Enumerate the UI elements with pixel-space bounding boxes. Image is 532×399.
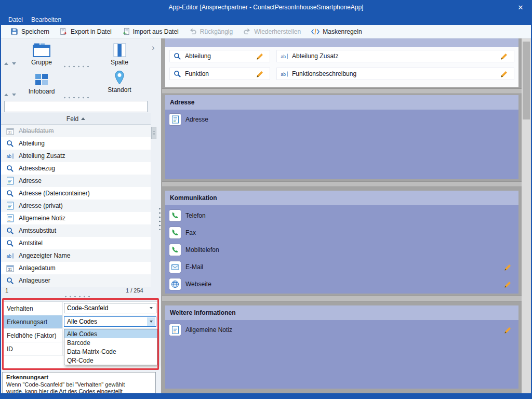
palette-item-infoboard[interactable]: Infoboard: [19, 71, 64, 95]
list-item[interactable]: 31 Ablaufdatum: [1, 125, 151, 137]
designer-field-telefon[interactable]: Telefon: [169, 209, 514, 222]
export-in-datei-button[interactable]: Export in Datei: [55, 26, 117, 37]
calendar-icon: 31: [6, 127, 14, 135]
field-label: Amtssubstitut: [19, 227, 56, 234]
reorder-arrows[interactable]: [4, 94, 16, 96]
list-item[interactable]: Adressbezug: [1, 162, 151, 175]
svg-text:ab: ab: [281, 71, 286, 76]
rueckgaengig-button[interactable]: Rückgängig: [184, 26, 238, 37]
designer-field-webseite[interactable]: Webseite: [169, 278, 514, 290]
list-item[interactable]: ab Abteilung Zusatz: [1, 150, 151, 162]
designer-field-funktionsbeschreibung[interactable]: ab Funktionsbeschreibung: [276, 68, 514, 80]
palette-item-standort[interactable]: Standort: [97, 69, 142, 94]
list-item[interactable]: Amtstitel: [1, 237, 151, 249]
edit-pencil-icon[interactable]: [504, 263, 512, 271]
description-text: wurde, kann hier die Art des Codes einge…: [6, 388, 152, 393]
section-splitter[interactable]: [162, 88, 522, 94]
list-item[interactable]: Abteilung: [1, 137, 151, 150]
field-label: Adresse (Datencontainer): [19, 190, 90, 197]
edit-pencil-icon[interactable]: [256, 52, 264, 60]
property-label-feldhoehe[interactable]: Feldhöhe (Faktor): [4, 329, 63, 342]
text-field-icon: ab: [280, 70, 288, 78]
edit-pencil-icon[interactable]: [500, 70, 508, 78]
palette-item-gruppe[interactable]: Gruppe: [19, 42, 64, 66]
maskenregeln-button[interactable]: Maskenregeln: [306, 26, 367, 37]
designer-field-allgemeine-notiz[interactable]: Allgemeine Notiz: [169, 324, 514, 336]
list-item[interactable]: Adresse (privat): [1, 200, 151, 212]
reorder-arrows[interactable]: [4, 62, 16, 65]
palette-item-spalte[interactable]: Spalte: [97, 42, 142, 66]
dropdown-option[interactable]: Barcode: [64, 338, 157, 347]
list-item[interactable]: Amtssubstitut: [1, 224, 151, 237]
dropdown-option[interactable]: Data-Matrix-Code: [64, 347, 157, 356]
section-header[interactable]: Weitere Informationen: [165, 305, 518, 320]
import-aus-datei-button[interactable]: Import aus Datei: [117, 26, 184, 37]
edit-pencil-icon[interactable]: [256, 70, 264, 78]
titlebar[interactable]: App-Editor [Ansprechpartner - ContactPer…: [0, 0, 532, 15]
designer-field-adresse[interactable]: Adresse: [169, 113, 514, 126]
drag-handle[interactable]: [62, 65, 91, 68]
canvas-scrollbar[interactable]: [522, 38, 531, 393]
field-list-header[interactable]: Feld: [1, 113, 151, 125]
designer-field-fax[interactable]: Fax: [169, 227, 514, 239]
designer-field-abteilung-zusatz[interactable]: ab Abteilung Zusatz: [276, 50, 514, 62]
property-label-verhalten[interactable]: Verhalten: [4, 302, 63, 315]
list-item[interactable]: Allgemeine Notiz: [1, 212, 151, 224]
list-item[interactable]: Anlageuser: [1, 274, 151, 287]
scrollbar-thumb[interactable]: [151, 127, 156, 139]
chevron-up-icon[interactable]: [4, 94, 8, 96]
edit-pencil-icon[interactable]: [504, 326, 512, 334]
field-label: Abteilung Zusatz: [19, 152, 65, 159]
section-header[interactable]: Adresse: [165, 95, 518, 110]
mail-icon: [169, 261, 181, 273]
address-icon: [169, 114, 181, 125]
chevron-up-icon[interactable]: [4, 62, 8, 65]
speichern-button[interactable]: Speichern: [5, 26, 55, 37]
list-item[interactable]: Adresse (Datencontainer): [1, 187, 151, 200]
list-scrollbar[interactable]: [151, 125, 157, 287]
designer-field-abteilung[interactable]: Abteilung: [169, 50, 270, 62]
menu-bearbeiten[interactable]: Bearbeiten: [27, 16, 65, 23]
drag-handle[interactable]: [63, 295, 92, 298]
dropdown-option[interactable]: QR-Code: [64, 356, 157, 365]
list-item[interactable]: ab Angezeigter Name: [1, 249, 151, 262]
list-item[interactable]: Adresse: [1, 175, 151, 187]
erkennungsart-combobox[interactable]: Alle Codes: [64, 316, 156, 327]
designer-field-funktion[interactable]: Funktion: [169, 68, 270, 80]
designer-field-mobiltelefon[interactable]: Mobiltelefon: [169, 244, 514, 256]
property-label-erkennungsart[interactable]: Erkennungsart: [4, 315, 63, 328]
property-label-id[interactable]: ID: [4, 342, 63, 355]
designer-field-label: Webseite: [185, 281, 211, 288]
chevron-down-icon[interactable]: [12, 62, 16, 65]
wiederherstellen-button[interactable]: Wiederherstellen: [238, 26, 306, 37]
designer-field-label: Adresse: [185, 116, 208, 123]
list-item[interactable]: 31 Anlagedatum: [1, 262, 151, 274]
panel-splitter[interactable]: [158, 207, 162, 230]
dropdown-option[interactable]: Alle Codes: [64, 329, 157, 338]
edit-pencil-icon[interactable]: [500, 52, 508, 60]
close-icon[interactable]: ✕: [515, 3, 526, 12]
field-search-input[interactable]: [4, 101, 148, 112]
designer-field-email[interactable]: E-Mail: [169, 261, 514, 273]
property-description-panel: Erkennungsart Wenn "Code-Scanfeld" bei "…: [2, 372, 156, 393]
designer-canvas: Abteilung ab Abteilung Zusatz Funktion a…: [162, 38, 522, 393]
edit-pencil-icon[interactable]: [504, 281, 512, 288]
address-icon: [6, 177, 14, 185]
drag-handle[interactable]: [62, 96, 91, 99]
section-splitter[interactable]: [162, 181, 522, 187]
chevron-down-icon[interactable]: [12, 94, 16, 96]
chevron-down-icon[interactable]: [147, 304, 155, 312]
scrollbar-thumb[interactable]: [523, 42, 530, 119]
chevron-down-icon[interactable]: [147, 317, 155, 326]
field-label: Allgemeine Notiz: [19, 215, 65, 222]
section-splitter[interactable]: [162, 296, 522, 301]
combobox-value: Code-Scanfeld: [67, 304, 108, 312]
expand-chevron-icon[interactable]: ›: [152, 43, 155, 53]
erkennungsart-dropdown-list: Alle Codes Barcode Data-Matrix-Code QR-C…: [64, 329, 157, 365]
address-icon: [6, 202, 14, 210]
text-field-icon: ab: [6, 251, 14, 260]
menu-datei[interactable]: Datei: [4, 16, 27, 23]
field-label: Anlageuser: [19, 277, 50, 284]
verhalten-combobox[interactable]: Code-Scanfeld: [64, 303, 156, 313]
section-header[interactable]: Kommunikation: [165, 191, 518, 205]
